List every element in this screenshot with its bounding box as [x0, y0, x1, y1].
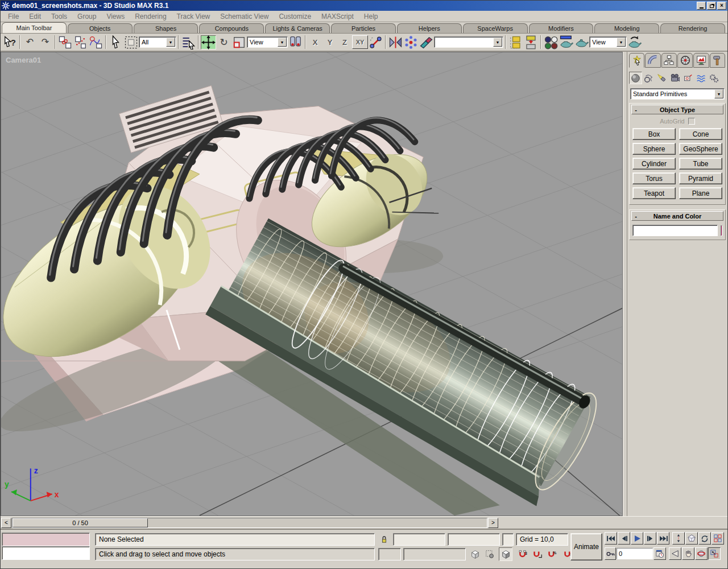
tab-hierarchy[interactable]	[661, 53, 677, 68]
material-editor-icon[interactable]	[543, 35, 559, 50]
tab-modeling[interactable]: Modeling	[594, 23, 659, 33]
object-type-header[interactable]: - Object Type	[631, 105, 723, 114]
frame-forward-button[interactable]: >	[488, 518, 498, 528]
next-frame-icon[interactable]	[644, 532, 656, 545]
render-last-icon[interactable]	[627, 35, 642, 50]
arc-rotate-icon[interactable]	[698, 532, 711, 545]
viewport-camera01[interactable]: z y x Camera01	[1, 52, 623, 516]
angle-snap-icon[interactable]	[531, 547, 544, 561]
category-geometry[interactable]	[629, 72, 642, 84]
autogrid-checkbox[interactable]	[688, 118, 695, 125]
category-shapes[interactable]	[642, 72, 655, 84]
percent-snap-icon[interactable]: %	[545, 547, 559, 561]
selection-region-toggle-icon[interactable]	[483, 547, 497, 561]
menu-rendering[interactable]: Rendering	[130, 11, 171, 22]
menu-track-view[interactable]: Track View	[172, 11, 216, 22]
menu-maxscript[interactable]: MAXScript	[316, 11, 359, 22]
menu-group[interactable]: Group	[72, 11, 101, 22]
menu-customize[interactable]: Customize	[274, 11, 316, 22]
tube-button[interactable]: Tube	[679, 158, 722, 170]
redo-icon[interactable]: ↷	[38, 35, 53, 50]
named-selection-dropdown[interactable]: ▼	[434, 36, 503, 48]
frame-number-input[interactable]	[617, 548, 653, 559]
tab-spacewarps[interactable]: SpaceWarps	[463, 23, 528, 33]
previous-frame-icon[interactable]	[618, 532, 630, 545]
menu-schematic-view[interactable]: Schematic View	[215, 11, 274, 22]
pyramid-button[interactable]: Pyramid	[679, 172, 722, 184]
go-to-end-icon[interactable]	[657, 532, 669, 545]
close-button[interactable]: ×	[717, 2, 726, 10]
menu-help[interactable]: Help	[359, 11, 383, 22]
help-mode-icon[interactable]: ?	[2, 35, 18, 50]
use-pivot-point-center-icon[interactable]	[288, 35, 303, 50]
frame-back-button[interactable]: <	[1, 518, 11, 528]
min-max-toggle-icon[interactable]	[708, 547, 721, 560]
name-color-header[interactable]: - Name and Color	[631, 211, 723, 221]
panel-splitter[interactable]	[623, 52, 627, 516]
menu-views[interactable]: Views	[101, 11, 130, 22]
quick-render-icon[interactable]	[574, 35, 589, 50]
category-helpers[interactable]	[681, 72, 694, 84]
geosphere-button[interactable]: GeoSphere	[679, 143, 722, 155]
object-color-swatch[interactable]	[721, 225, 722, 236]
reference-coordinate-dropdown[interactable]: View▼	[247, 36, 288, 48]
coord-y-field[interactable]	[448, 533, 500, 546]
coord-z-field[interactable]	[502, 533, 514, 546]
render-scene-icon[interactable]	[559, 35, 574, 50]
tab-objects[interactable]: Objects	[68, 23, 133, 33]
sphere-button[interactable]: Sphere	[632, 143, 676, 155]
object-name-input[interactable]	[632, 225, 718, 236]
align-icon[interactable]	[419, 35, 434, 50]
cylinder-button[interactable]: Cylinder	[632, 158, 676, 170]
unlink-selection-icon[interactable]	[73, 35, 88, 50]
tab-modifiers[interactable]: Modifiers	[529, 23, 594, 33]
category-systems[interactable]	[708, 72, 721, 84]
torus-button[interactable]: Torus	[632, 172, 676, 184]
tab-rendering[interactable]: Rendering	[660, 23, 725, 33]
bind-to-space-warp-icon[interactable]	[88, 35, 104, 50]
rectangular-selection-region-icon[interactable]	[123, 35, 139, 50]
menu-tools[interactable]: Tools	[46, 11, 72, 22]
key-mode-toggle-icon[interactable]	[605, 547, 616, 560]
time-configuration-icon[interactable]	[653, 547, 666, 560]
select-and-rotate-icon[interactable]: ↻	[216, 35, 231, 50]
open-schematic-view-icon[interactable]	[523, 35, 539, 50]
tab-compounds[interactable]: Compounds	[199, 23, 264, 33]
minimize-button[interactable]	[697, 2, 706, 10]
time-slider-handle[interactable]: 0 / 50	[13, 518, 148, 527]
render-type-dropdown[interactable]: View▼	[589, 36, 627, 48]
animate-button[interactable]: Animate	[570, 533, 602, 560]
category-cameras[interactable]	[668, 72, 681, 84]
degradation-override-icon[interactable]	[468, 547, 482, 561]
category-lights[interactable]	[655, 72, 668, 84]
3d-snap-icon[interactable]: 3	[516, 547, 530, 561]
restore-button[interactable]	[707, 2, 716, 10]
mirror-icon[interactable]	[388, 35, 403, 50]
arc-rotate-selected-icon[interactable]	[695, 547, 708, 560]
time-slider-track[interactable]: 0 / 50	[12, 518, 487, 528]
field-of-view-icon[interactable]	[669, 547, 681, 560]
viewport-label[interactable]: Camera01	[6, 56, 41, 64]
restrict-xy-plane-button[interactable]: XY	[352, 35, 368, 49]
box-button[interactable]: Box	[632, 128, 676, 140]
open-track-view-icon[interactable]	[508, 35, 523, 50]
tab-main-toolbar[interactable]: Main Toolbar	[2, 22, 67, 33]
tab-helpers[interactable]: Helpers	[397, 23, 462, 33]
array-icon[interactable]	[403, 35, 419, 50]
tab-particles[interactable]: Particles	[331, 23, 396, 33]
restrict-x-button[interactable]: X	[308, 38, 322, 47]
select-by-name-icon[interactable]	[181, 35, 196, 50]
tab-lights-cameras[interactable]: Lights & Cameras	[265, 23, 330, 33]
tab-display[interactable]	[693, 53, 709, 68]
zoom-all-icon[interactable]	[712, 532, 724, 545]
select-and-scale-icon[interactable]	[231, 35, 247, 50]
tab-shapes[interactable]: Shapes	[134, 23, 198, 33]
tab-utilities[interactable]	[710, 53, 725, 68]
crossing-selection-icon[interactable]	[499, 547, 512, 561]
coord-x-field[interactable]	[393, 533, 445, 546]
tab-motion[interactable]	[677, 53, 693, 68]
pan-icon[interactable]	[682, 547, 694, 560]
play-icon[interactable]	[631, 532, 643, 545]
select-and-link-icon[interactable]	[57, 35, 73, 50]
plane-button[interactable]: Plane	[679, 187, 722, 199]
